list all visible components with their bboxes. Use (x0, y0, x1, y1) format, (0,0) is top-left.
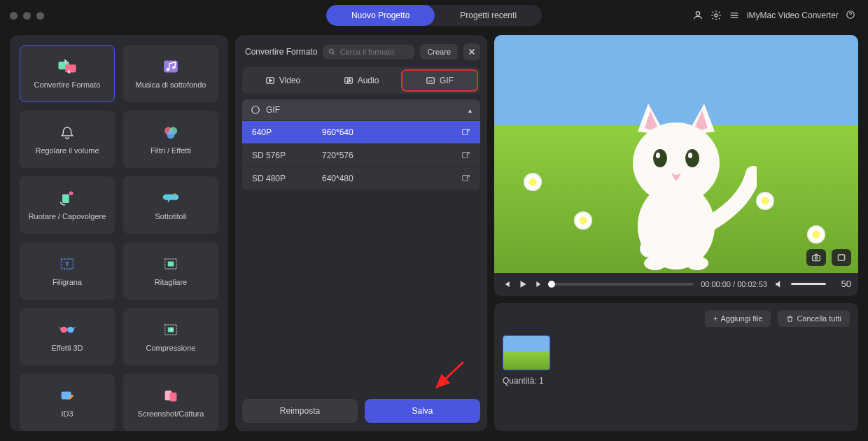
svg-point-33 (252, 106, 260, 114)
sidebar-item-crop[interactable]: Ritagliare (123, 242, 218, 300)
menu-icon[interactable] (729, 10, 740, 21)
svg-point-44 (644, 256, 666, 270)
quantity-label: Quantità: 1 (503, 376, 850, 386)
watermark-icon: T (57, 255, 77, 272)
sidebar-item-subtitles[interactable]: Sottotitoli (123, 176, 218, 234)
format-quality: SD 576P (252, 150, 322, 160)
sidebar-item-label: Musica di sottofondo (136, 80, 206, 89)
play-button[interactable] (518, 279, 528, 289)
sidebar-item-rotate-flip[interactable]: Ruotare / Capovolgere (20, 176, 115, 234)
plus-icon: + (713, 314, 718, 323)
svg-point-29 (347, 81, 349, 83)
save-button[interactable]: Salva (365, 399, 480, 423)
close-panel-button[interactable] (463, 43, 480, 60)
preview-image (596, 97, 757, 272)
sidebar-item-id3[interactable]: ID3 (20, 374, 115, 431)
settings-icon[interactable] (710, 10, 722, 21)
format-resolution: 640*480 (322, 174, 461, 183)
next-button[interactable] (535, 279, 545, 289)
add-file-button[interactable]: +Aggiungi file (705, 310, 771, 327)
format-tab-gif[interactable]: GIF GIF (402, 70, 477, 91)
sidebar-item-compression[interactable]: Compressione (123, 308, 218, 365)
sidebar-item-3d-effects[interactable]: Effetti 3D (20, 308, 115, 365)
tools-sidebar: Convertire Formato Musica di sottofondo … (10, 35, 228, 431)
svg-point-45 (686, 256, 708, 270)
svg-point-18 (67, 327, 74, 332)
sidebar-item-adjust-volume[interactable]: Regolare il volume (20, 111, 115, 168)
search-input-wrap[interactable] (323, 45, 414, 59)
tab-new-project[interactable]: Nuovo Progetto (326, 5, 435, 26)
sidebar-item-background-music[interactable]: Musica di sottofondo (123, 45, 218, 102)
sidebar-item-screenshot[interactable]: Screenshot/Cattura (123, 374, 218, 431)
sidebar-item-label: Convertire Formato (34, 80, 101, 89)
sidebar-item-filters-effects[interactable]: Filtri / Effetti (123, 111, 218, 168)
audio-icon (344, 76, 354, 85)
prev-button[interactable] (501, 279, 511, 289)
gif-group-icon (251, 105, 260, 115)
svg-point-0 (696, 12, 699, 15)
search-input[interactable] (340, 48, 410, 56)
edit-icon[interactable] (461, 174, 470, 183)
camera-icon (811, 253, 822, 262)
format-tab-audio[interactable]: Audio (323, 70, 399, 91)
clear-all-button[interactable]: Cancella tutti (778, 310, 850, 327)
svg-rect-24 (170, 393, 177, 402)
crop-icon (161, 255, 181, 272)
rotate-icon (57, 190, 77, 206)
format-row-576p[interactable]: SD 576P 720*576 (242, 144, 480, 167)
format-row-480p[interactable]: SD 480P 640*480 (242, 167, 480, 190)
convert-icon (57, 58, 77, 75)
sidebar-item-label: Ritagliare (155, 278, 187, 286)
svg-point-25 (330, 49, 334, 53)
video-preview[interactable] (494, 35, 858, 273)
format-row-640p[interactable]: 640P 960*640 (242, 121, 480, 144)
volume-slider[interactable] (791, 283, 826, 285)
volume-value: 50 (833, 279, 851, 289)
format-panel: Convertire Formato Creare Video Audio GI… (235, 35, 487, 431)
svg-text:GIF: GIF (428, 80, 433, 83)
svg-rect-16 (168, 262, 174, 267)
reset-button[interactable]: Reimposta (242, 399, 358, 423)
seek-bar[interactable] (552, 283, 694, 286)
format-tab-video[interactable]: Video (245, 70, 321, 91)
svg-rect-11 (62, 194, 69, 203)
fullscreen-icon (836, 253, 847, 262)
trash-icon (786, 315, 794, 323)
edit-icon[interactable] (461, 128, 470, 137)
sidebar-item-watermark[interactable]: T Filigrana (20, 242, 115, 300)
panel-title: Convertire Formato (242, 47, 317, 57)
help-icon[interactable] (846, 10, 857, 21)
subtitle-icon (161, 190, 181, 206)
svg-point-39 (653, 149, 667, 167)
svg-point-42 (688, 153, 692, 158)
sidebar-item-convert-format[interactable]: Convertire Formato (20, 45, 115, 102)
app-name: iMyMac Video Converter (747, 10, 839, 20)
account-icon[interactable] (692, 10, 704, 21)
create-button[interactable]: Creare (420, 44, 458, 59)
sidebar-item-label: Filigrana (52, 278, 82, 286)
file-thumbnail[interactable] (503, 335, 550, 370)
volume-button[interactable] (774, 279, 784, 289)
svg-point-12 (69, 191, 74, 195)
sidebar-item-label: Compressione (146, 344, 196, 352)
close-icon (468, 48, 476, 56)
preview-panel: 00:00:00 / 00:02:53 50 (494, 35, 858, 296)
fullscreen-button[interactable] (832, 249, 851, 266)
chevron-up-icon: ▴ (468, 106, 472, 114)
maximize-dot[interactable] (36, 12, 44, 20)
tab-recent-projects[interactable]: Progetti recenti (435, 5, 542, 26)
svg-point-47 (815, 257, 818, 260)
glasses-icon (57, 321, 77, 338)
compress-icon (161, 321, 181, 338)
snapshot-button[interactable] (806, 249, 826, 266)
edit-icon[interactable] (461, 151, 470, 160)
svg-marker-27 (270, 79, 272, 82)
window-controls[interactable] (10, 12, 44, 20)
time-display: 00:00:00 / 00:02:53 (701, 280, 767, 288)
svg-marker-49 (521, 281, 526, 287)
minimize-dot[interactable] (23, 12, 31, 20)
group-header-gif[interactable]: GIF ▴ (242, 99, 480, 121)
close-dot[interactable] (10, 12, 18, 20)
video-icon (265, 76, 275, 85)
svg-rect-46 (813, 255, 820, 261)
